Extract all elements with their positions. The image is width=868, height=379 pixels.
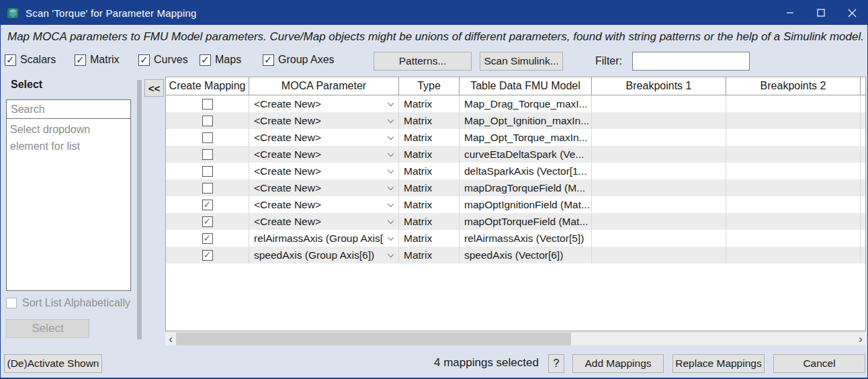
select-panel: Select Select dropdown element for list … xyxy=(1,75,135,349)
checkbox-box[interactable] xyxy=(5,54,16,66)
type-cell: Matrix xyxy=(399,213,460,230)
moca-parameter-dropdown[interactable]: <Create New> xyxy=(249,146,399,163)
minimize-button[interactable] xyxy=(775,1,806,25)
create-mapping-checkbox[interactable] xyxy=(202,200,213,210)
create-mapping-checkbox[interactable] xyxy=(202,233,213,244)
breakpoints2-cell xyxy=(726,213,861,230)
breakpoints2-cell xyxy=(726,179,861,196)
titlebar: Scan 'Torque' for Parameter Mapping xyxy=(1,1,867,25)
sort-alphabetically-checkbox[interactable]: Sort List Alphabetically xyxy=(6,297,130,309)
create-mapping-cell xyxy=(166,163,249,179)
column-header-filler xyxy=(861,77,865,95)
chevron-down-icon xyxy=(388,134,394,140)
breakpoints1-cell xyxy=(592,230,726,247)
create-mapping-cell xyxy=(166,230,249,247)
window-controls xyxy=(775,1,867,25)
select-listbox[interactable]: Select dropdown element for list xyxy=(6,118,131,291)
fmu-model-cell: Map_Drag_Torque_maxI... xyxy=(460,95,592,112)
row-filler xyxy=(861,112,868,129)
scroll-right-arrow-icon[interactable]: › xyxy=(855,333,866,345)
moca-parameter-dropdown[interactable]: <Create New> xyxy=(249,213,399,230)
moca-parameter-value: <Create New> xyxy=(254,199,321,211)
type-cell: Matrix xyxy=(399,163,460,179)
filter-checkbox-scalars[interactable]: Scalars xyxy=(5,54,56,66)
panel-splitter[interactable] xyxy=(137,80,142,339)
create-mapping-checkbox[interactable] xyxy=(202,149,213,160)
create-mapping-cell xyxy=(166,213,249,230)
help-button[interactable]: ? xyxy=(548,354,564,373)
column-header: MOCA Parameter xyxy=(249,77,399,95)
collapse-panel-button[interactable]: << xyxy=(144,79,164,97)
create-mapping-checkbox[interactable] xyxy=(202,99,213,110)
filter-checkbox-matrix[interactable]: Matrix xyxy=(75,54,120,66)
checkbox-box[interactable] xyxy=(75,54,86,66)
close-button[interactable] xyxy=(836,1,867,25)
create-mapping-cell xyxy=(166,112,249,129)
moca-parameter-value: <Create New> xyxy=(254,182,321,194)
moca-parameter-value: <Create New> xyxy=(254,132,321,144)
search-input[interactable] xyxy=(6,99,131,119)
scrollbar-track[interactable] xyxy=(176,333,855,345)
breakpoints1-cell xyxy=(592,146,726,163)
filter-checkbox-maps[interactable]: Maps xyxy=(200,54,241,66)
column-header: Create Mapping xyxy=(166,77,249,95)
moca-parameter-dropdown[interactable]: <Create New> xyxy=(249,179,399,196)
checkbox-box[interactable] xyxy=(200,54,211,66)
cancel-button[interactable]: Cancel xyxy=(773,354,865,373)
footer-bar: (De)Activate Shown 4 mappings selected ?… xyxy=(1,349,867,378)
column-header: Table Data FMU Model xyxy=(460,77,592,95)
create-mapping-checkbox[interactable] xyxy=(202,166,213,177)
add-mappings-button[interactable]: Add Mappings xyxy=(572,354,664,373)
fmu-model-cell: curveEtaDeltaSpark (Ve... xyxy=(460,146,592,163)
table-row: <Create New>MatrixMap_Opt_Ignition_maxIn… xyxy=(166,112,865,129)
fmu-model-cell: relAirmassAxis (Vector[5]) xyxy=(460,230,592,247)
chevron-down-icon xyxy=(388,117,394,123)
patterns-button[interactable]: Patterns... xyxy=(374,52,472,71)
create-mapping-checkbox[interactable] xyxy=(202,250,213,261)
moca-parameter-dropdown[interactable]: relAirmassAxis (Group Axis[ xyxy=(249,230,399,247)
create-mapping-checkbox[interactable] xyxy=(202,183,213,194)
checkbox-label: Curves xyxy=(154,54,188,66)
filter-checkbox-group-axes[interactable]: Group Axes xyxy=(263,54,335,66)
breakpoints1-cell xyxy=(592,95,726,112)
scan-simulink-button[interactable]: Scan Simulink... xyxy=(480,52,563,71)
type-cell: Matrix xyxy=(399,179,460,196)
moca-parameter-dropdown[interactable]: <Create New> xyxy=(249,112,399,129)
scrollbar-thumb[interactable] xyxy=(176,333,571,345)
create-mapping-checkbox[interactable] xyxy=(202,216,213,227)
sort-checkbox-box[interactable] xyxy=(6,298,17,308)
moca-parameter-dropdown[interactable]: <Create New> xyxy=(249,163,399,179)
replace-mappings-button[interactable]: Replace Mappings xyxy=(672,354,765,373)
column-header: Breakpoints 2 xyxy=(726,77,861,95)
create-mapping-cell xyxy=(166,196,249,213)
select-button[interactable]: Select xyxy=(6,319,89,338)
type-cell: Matrix xyxy=(399,95,460,112)
filter-input[interactable] xyxy=(632,52,750,71)
list-placeholder: Select dropdown element for list xyxy=(7,119,130,157)
row-filler xyxy=(861,95,868,112)
breakpoints1-cell xyxy=(592,129,726,146)
deactivate-shown-button[interactable]: (De)Activate Shown xyxy=(4,354,102,373)
description-text: Map MOCA parameters to FMU Model paramet… xyxy=(1,25,867,49)
table-row: speedAxis (Group Axis[6])MatrixspeedAxis… xyxy=(166,247,865,263)
create-mapping-checkbox[interactable] xyxy=(202,132,213,143)
create-mapping-checkbox[interactable] xyxy=(202,116,213,126)
filter-checkbox-curves[interactable]: Curves xyxy=(138,54,188,66)
breakpoints1-cell xyxy=(592,196,726,213)
maximize-button[interactable] xyxy=(806,1,836,25)
moca-parameter-dropdown[interactable]: <Create New> xyxy=(249,196,399,213)
moca-parameter-dropdown[interactable]: <Create New> xyxy=(249,129,399,146)
checkbox-box[interactable] xyxy=(263,54,274,66)
moca-parameter-dropdown[interactable]: <Create New> xyxy=(249,95,399,112)
horizontal-scrollbar[interactable]: ‹ › xyxy=(165,333,866,345)
moca-parameter-value: relAirmassAxis (Group Axis[ xyxy=(254,233,383,245)
chevron-down-icon xyxy=(388,184,394,190)
scroll-left-arrow-icon[interactable]: ‹ xyxy=(165,333,176,345)
moca-parameter-value: <Create New> xyxy=(254,149,321,161)
moca-parameter-dropdown[interactable]: speedAxis (Group Axis[6]) xyxy=(249,247,399,263)
column-header: Breakpoints 1 xyxy=(592,77,726,95)
breakpoints1-cell xyxy=(592,163,726,179)
checkbox-box[interactable] xyxy=(138,54,150,66)
create-mapping-cell xyxy=(166,247,249,263)
row-filler xyxy=(861,230,868,247)
